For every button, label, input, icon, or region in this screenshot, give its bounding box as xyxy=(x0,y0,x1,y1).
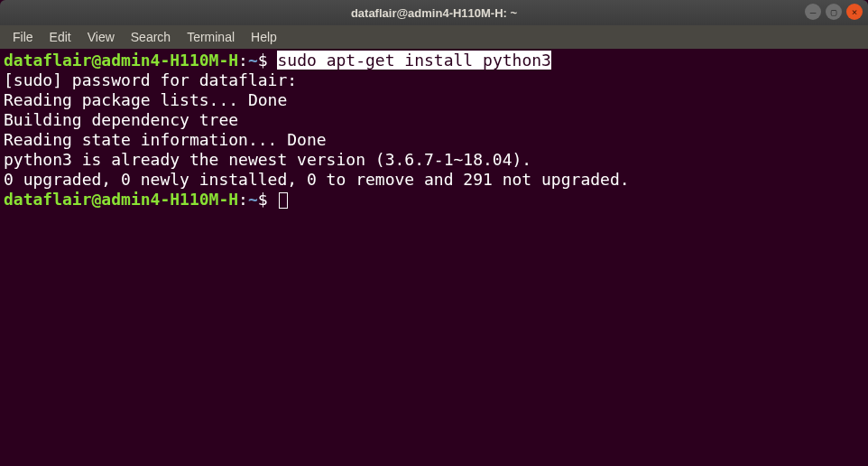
prompt-user-host-2: dataflair@admin4-H110M-H xyxy=(4,190,238,209)
menubar: File Edit View Search Terminal Help xyxy=(0,25,868,49)
menu-view[interactable]: View xyxy=(80,27,122,47)
prompt-path: ~ xyxy=(248,51,258,70)
close-button[interactable]: × xyxy=(846,4,863,20)
prompt-symbol: $ xyxy=(258,51,268,70)
close-icon: × xyxy=(852,6,858,18)
cursor-icon xyxy=(279,192,288,209)
minimize-button[interactable]: – xyxy=(805,4,821,20)
prompt-path-2: ~ xyxy=(248,190,258,209)
maximize-icon: ▢ xyxy=(831,6,837,18)
command-line-1: dataflair@admin4-H110M-H:~$ sudo apt-get… xyxy=(4,51,864,70)
minimize-icon: – xyxy=(810,6,817,18)
output-line-4: Reading state information... Done xyxy=(4,130,864,150)
prompt-colon-2: : xyxy=(238,190,248,209)
output-line-3: Building dependency tree xyxy=(4,110,864,130)
menu-file[interactable]: File xyxy=(5,27,41,47)
menu-edit[interactable]: Edit xyxy=(42,27,78,47)
window-title: dataflair@admin4-H110M-H: ~ xyxy=(351,6,517,20)
output-line-5: python3 is already the newest version (3… xyxy=(4,150,864,170)
terminal-area[interactable]: dataflair@admin4-H110M-H:~$ sudo apt-get… xyxy=(0,49,868,211)
prompt-colon: : xyxy=(238,51,248,70)
command-line-2: dataflair@admin4-H110M-H:~$ xyxy=(4,190,864,210)
output-line-1: [sudo] password for dataflair: xyxy=(4,70,864,90)
output-line-6: 0 upgraded, 0 newly installed, 0 to remo… xyxy=(4,170,864,190)
prompt-user-host: dataflair@admin4-H110M-H xyxy=(4,51,238,70)
output-line-2: Reading package lists... Done xyxy=(4,90,864,110)
maximize-button[interactable]: ▢ xyxy=(826,4,842,20)
prompt-symbol-2: $ xyxy=(258,190,268,209)
window-controls: – ▢ × xyxy=(805,4,863,20)
menu-terminal[interactable]: Terminal xyxy=(180,27,242,47)
window-titlebar: dataflair@admin4-H110M-H: ~ – ▢ × xyxy=(0,0,868,25)
menu-search[interactable]: Search xyxy=(124,27,178,47)
menu-help[interactable]: Help xyxy=(244,27,284,47)
command-text: sudo apt-get install python3 xyxy=(277,51,550,70)
